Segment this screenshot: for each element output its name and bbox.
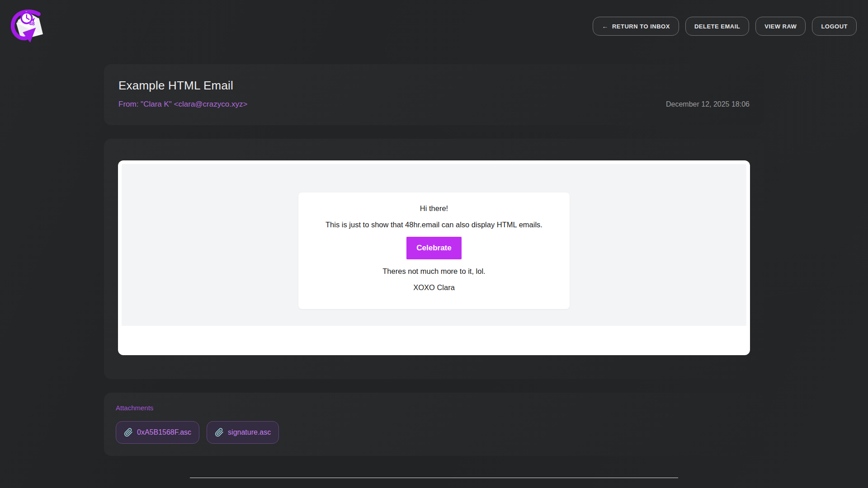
logout-button[interactable]: LOGOUT <box>812 17 857 36</box>
email-from: From: "Clara K" <clara@crazyco.xyz> <box>118 100 247 109</box>
email-body-background: Hi there! This is just to show that 48hr… <box>122 164 746 326</box>
toolbar-actions: ← RETURN TO INBOX DELETE EMAIL VIEW RAW … <box>593 17 857 36</box>
email-cta-row: Celebrate <box>309 237 559 259</box>
footer-divider <box>190 478 678 478</box>
attachments-label: Attachments <box>116 404 752 412</box>
email-greeting: Hi there! <box>309 204 559 213</box>
email-signoff: XOXO Clara <box>309 283 559 292</box>
envelope-clock-48-logo-icon: 48 <box>11 8 45 45</box>
return-to-inbox-label: RETURN TO INBOX <box>612 23 670 30</box>
email-intro-line: This is just to show that 48hr.email can… <box>309 221 559 229</box>
attachments-card: Attachments 0xA5B1568F.asc signature.asc <box>104 393 764 456</box>
email-date: December 12, 2025 18:06 <box>666 100 750 108</box>
logo-48-label: 48 <box>29 21 34 26</box>
attachment-chip-key-file[interactable]: 0xA5B1568F.asc <box>116 421 199 444</box>
paperclip-icon <box>124 428 133 437</box>
main-content: Example HTML Email From: "Clara K" <clar… <box>104 64 764 478</box>
email-header-card: Example HTML Email From: "Clara K" <clar… <box>104 64 764 125</box>
email-outro-line: Theres not much more to it, lol. <box>309 267 559 276</box>
email-subject: Example HTML Email <box>118 79 750 93</box>
attachment-name: signature.asc <box>228 428 271 436</box>
attachment-chip-signature-file[interactable]: signature.asc <box>207 421 279 444</box>
delete-email-button[interactable]: DELETE EMAIL <box>685 17 749 36</box>
view-raw-button[interactable]: VIEW RAW <box>755 17 806 36</box>
attachments-list: 0xA5B1568F.asc signature.asc <box>116 421 752 444</box>
email-body-card: Hi there! This is just to show that 48hr… <box>104 139 764 379</box>
app-logo[interactable]: 48 <box>11 8 45 45</box>
left-arrow-icon: ← <box>602 23 609 30</box>
email-message-card: Hi there! This is just to show that 48hr… <box>298 192 570 309</box>
attachment-name: 0xA5B1568F.asc <box>137 428 191 436</box>
return-to-inbox-button[interactable]: ← RETURN TO INBOX <box>593 17 679 36</box>
paperclip-icon <box>215 428 224 437</box>
topbar: 48 ← RETURN TO INBOX DELETE EMAIL VIEW R… <box>0 0 868 44</box>
page-background: { "logo": { "clock_label": "48" }, "tool… <box>0 0 868 488</box>
celebrate-button[interactable]: Celebrate <box>406 237 461 259</box>
email-html-frame: Hi there! This is just to show that 48hr… <box>118 160 750 355</box>
email-meta-row: From: "Clara K" <clara@crazyco.xyz> Dece… <box>118 100 750 109</box>
